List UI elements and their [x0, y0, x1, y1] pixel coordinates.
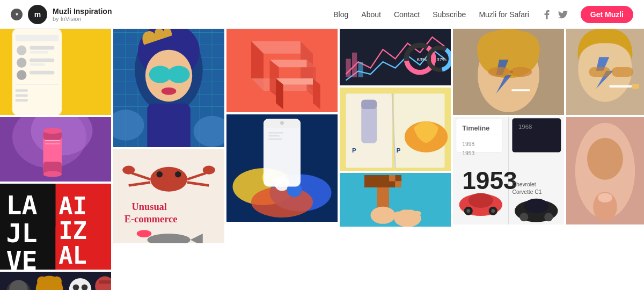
svg-point-78	[175, 171, 181, 178]
svg-point-6	[17, 58, 26, 68]
grid-col-6	[566, 29, 644, 224]
svg-point-77	[157, 171, 163, 178]
svg-rect-75	[113, 149, 224, 243]
svg-text:Timeline: Timeline	[462, 125, 489, 132]
svg-rect-128	[361, 100, 377, 109]
tile-body-part[interactable]	[566, 117, 644, 224]
header-left: ▾ m Muzli Inspiration by InVision	[11, 5, 112, 24]
svg-text:JL: JL	[6, 218, 38, 248]
nav-contact[interactable]: Contact	[394, 10, 420, 19]
tile-isometric[interactable]	[226, 29, 338, 112]
svg-point-150	[510, 67, 532, 77]
svg-point-39	[52, 277, 62, 286]
svg-rect-111	[268, 132, 283, 133]
svg-text:1953: 1953	[462, 167, 517, 195]
grid-col-3	[226, 29, 338, 222]
svg-rect-138	[396, 181, 402, 187]
tile-mobile-app[interactable]	[226, 114, 338, 222]
svg-rect-180	[589, 67, 610, 77]
svg-point-175	[544, 213, 553, 221]
svg-rect-115	[346, 59, 351, 77]
svg-rect-158	[459, 134, 500, 134]
svg-text:AI: AI	[58, 192, 87, 220]
svg-point-76	[150, 167, 187, 192]
tile-ecommerce[interactable]: Unusual E-commerce	[113, 149, 224, 243]
brand-sub: by InVision	[53, 16, 112, 22]
svg-text:LA: LA	[6, 190, 38, 220]
tile-dark-dashboard[interactable]: 63% 37%	[340, 29, 451, 85]
svg-point-144	[413, 211, 421, 216]
tile-3d-characters[interactable]	[0, 272, 111, 290]
svg-text:1953: 1953	[462, 150, 474, 156]
svg-text:Corvette C1: Corvette C1	[512, 189, 541, 195]
svg-point-174	[519, 213, 528, 221]
svg-rect-153	[530, 89, 535, 92]
svg-rect-46	[99, 280, 111, 284]
svg-rect-112	[268, 135, 280, 136]
svg-point-110	[280, 121, 284, 125]
svg-rect-70	[171, 74, 179, 76]
brand-info: Muzli Inspiration by InVision	[53, 7, 112, 22]
svg-point-3	[17, 46, 26, 55]
get-muzli-button[interactable]: Get Muzli	[581, 6, 633, 23]
svg-rect-11	[16, 84, 59, 85]
svg-rect-182	[609, 85, 632, 88]
svg-rect-113	[268, 139, 282, 140]
svg-point-69	[167, 66, 189, 83]
tile-person-photo[interactable]	[566, 29, 644, 115]
svg-point-169	[491, 209, 495, 213]
svg-point-139	[371, 207, 396, 224]
svg-rect-10	[30, 71, 54, 75]
brand-name: Muzli Inspiration	[53, 7, 112, 16]
tile-woodcraft[interactable]	[340, 173, 451, 227]
grid-col-1: LA JL VE AI IZ AL	[0, 29, 111, 290]
tile-bowie-portrait[interactable]	[453, 29, 564, 115]
tile-beer-product[interactable]: P P	[340, 88, 451, 171]
grid-col-5: Timeline 1998 1953 1968 1953 Chevrolet	[453, 29, 564, 224]
tile-illustration-girl[interactable]	[113, 29, 224, 147]
facebook-icon[interactable]	[542, 10, 552, 19]
svg-text:AL: AL	[58, 242, 87, 269]
tile-phone-ui[interactable]	[0, 29, 111, 115]
svg-rect-72	[147, 104, 191, 147]
svg-rect-5	[30, 51, 48, 54]
svg-text:VE: VE	[6, 246, 38, 270]
svg-rect-8	[30, 63, 45, 66]
grid-col-2: Unusual E-commerce	[113, 29, 224, 243]
nav-subscribe[interactable]: Subscribe	[433, 10, 466, 19]
svg-point-38	[37, 277, 47, 286]
svg-rect-14	[16, 99, 28, 102]
svg-text:Unusual: Unusual	[132, 201, 167, 212]
svg-rect-24	[45, 143, 60, 144]
svg-rect-12	[16, 89, 28, 92]
svg-rect-7	[30, 59, 54, 62]
logo: m	[28, 5, 47, 24]
nav-blog[interactable]: Blog	[333, 10, 348, 19]
svg-point-104	[251, 187, 313, 218]
svg-text:63%: 63%	[417, 57, 427, 62]
nav-about[interactable]: About	[361, 10, 381, 19]
svg-rect-117	[358, 62, 363, 77]
twitter-icon[interactable]	[558, 10, 568, 19]
svg-point-83	[122, 166, 135, 175]
dropdown-button[interactable]: ▾	[11, 9, 23, 20]
svg-point-89	[137, 230, 152, 237]
svg-rect-23	[45, 140, 60, 141]
svg-rect-108	[264, 119, 301, 187]
grid-col-4: 63% 37% P P	[340, 29, 451, 227]
svg-text:E-commerce: E-commerce	[125, 214, 178, 224]
svg-point-167	[466, 209, 470, 213]
svg-point-188	[598, 193, 612, 202]
nav-safari[interactable]: Muzli for Safari	[479, 10, 529, 19]
svg-point-84	[203, 166, 215, 175]
svg-text:1998: 1998	[462, 141, 474, 147]
image-grid: LA JL VE AI IZ AL	[0, 29, 644, 290]
svg-text:P: P	[352, 147, 356, 154]
svg-rect-137	[396, 175, 402, 182]
svg-rect-13	[16, 94, 28, 97]
tile-typography[interactable]: LA JL VE AI IZ AL	[0, 184, 111, 270]
tile-car-timeline[interactable]: Timeline 1998 1953 1968 1953 Chevrolet	[453, 117, 564, 224]
tile-purple-smoke[interactable]	[0, 117, 111, 182]
svg-rect-183	[632, 84, 639, 89]
svg-text:IZ: IZ	[58, 217, 87, 244]
